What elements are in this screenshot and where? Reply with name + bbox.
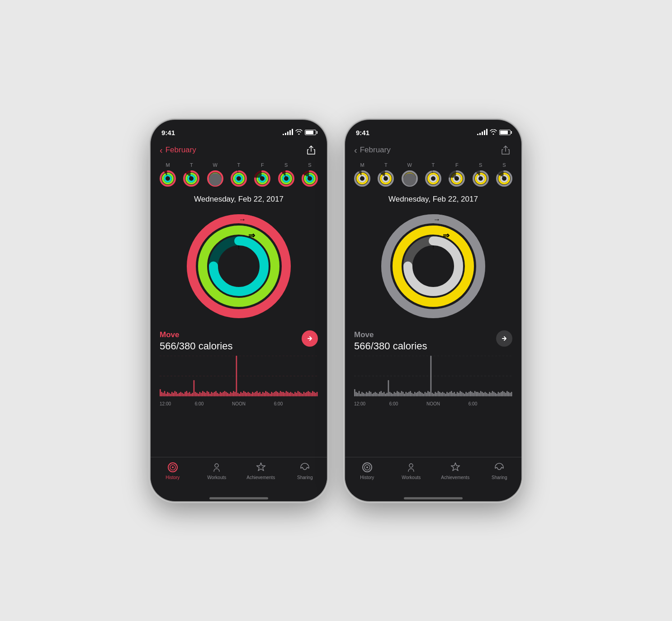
svg-rect-58 <box>162 393 164 396</box>
svg-point-35 <box>283 175 289 182</box>
svg-rect-286 <box>439 392 440 396</box>
activity-rings: →⇒↑ <box>151 207 327 325</box>
svg-rect-152 <box>300 393 302 396</box>
mini-ring-svg <box>495 169 513 188</box>
week-ring-item[interactable] <box>423 169 443 189</box>
svg-rect-273 <box>420 392 421 396</box>
week-ring-item[interactable] <box>181 169 201 189</box>
svg-rect-139 <box>281 392 283 396</box>
stat-value: 566/380 calories <box>354 340 427 352</box>
svg-rect-130 <box>268 393 270 396</box>
svg-rect-290 <box>445 394 446 396</box>
svg-text:12:00: 12:00 <box>160 401 171 406</box>
tab-label-sharing: Sharing <box>492 475 507 480</box>
week-ring-item[interactable] <box>400 169 420 189</box>
svg-rect-100 <box>224 391 226 396</box>
svg-rect-129 <box>267 392 268 396</box>
sharing-icon <box>299 461 311 473</box>
week-ring-item[interactable] <box>300 169 320 189</box>
svg-rect-65 <box>173 393 174 396</box>
tab-item-history[interactable]: History <box>345 461 389 480</box>
tab-item-achievements[interactable]: Achievements <box>239 461 283 480</box>
back-button[interactable]: ‹February <box>160 145 196 155</box>
tab-icon-achievements <box>255 461 267 474</box>
stat-info: Move566/380 calories <box>160 330 232 356</box>
stat-arrow-button[interactable] <box>496 330 512 347</box>
svg-rect-118 <box>251 394 252 396</box>
svg-rect-142 <box>286 391 287 396</box>
svg-rect-303 <box>464 394 465 396</box>
week-ring-item[interactable] <box>158 169 178 189</box>
tab-label-history: History <box>360 475 374 480</box>
week-day-label: S <box>300 162 320 168</box>
week-ring-item[interactable] <box>352 169 372 189</box>
week-ring-item[interactable] <box>252 169 272 189</box>
history-icon <box>361 461 373 473</box>
signal-icon <box>283 130 293 135</box>
week-ring-item[interactable] <box>447 169 467 189</box>
workouts-icon <box>211 461 222 473</box>
tab-icon-sharing <box>298 461 311 474</box>
tab-icon-history <box>166 461 179 474</box>
tab-item-workouts[interactable]: Workouts <box>389 461 434 480</box>
week-day-label: W <box>400 162 420 168</box>
svg-rect-326 <box>498 392 499 396</box>
tab-item-achievements[interactable]: Achievements <box>433 461 478 480</box>
svg-rect-240 <box>372 394 373 396</box>
svg-rect-315 <box>482 392 483 396</box>
week-ring-item[interactable] <box>276 169 296 189</box>
week-ring-item[interactable] <box>229 169 249 189</box>
svg-rect-248 <box>383 392 385 396</box>
svg-point-177 <box>359 175 365 182</box>
svg-text:NOON: NOON <box>232 401 246 406</box>
app-header: ‹February <box>151 140 327 160</box>
svg-rect-293 <box>450 392 451 396</box>
week-ring-item[interactable] <box>376 169 396 189</box>
week-ring-item[interactable] <box>471 169 491 189</box>
notch <box>399 120 467 133</box>
svg-rect-141 <box>284 393 285 396</box>
week-ring-item[interactable] <box>205 169 225 189</box>
svg-point-23 <box>236 175 242 182</box>
svg-rect-267 <box>411 393 412 396</box>
home-indicator <box>404 497 463 499</box>
signal-icon <box>477 130 487 135</box>
svg-rect-255 <box>394 392 395 396</box>
week-day-label: T <box>376 162 396 168</box>
svg-rect-74 <box>186 391 187 396</box>
svg-rect-132 <box>271 392 272 396</box>
svg-rect-144 <box>289 393 290 396</box>
svg-rect-150 <box>298 391 299 396</box>
svg-rect-158 <box>309 392 311 396</box>
app-content: ‹February MTWTFSSWednesday, Feb 22, 2017… <box>151 140 327 501</box>
wifi-icon <box>490 129 497 135</box>
svg-rect-278 <box>427 391 429 396</box>
stat-arrow-button[interactable] <box>302 330 318 347</box>
svg-rect-282 <box>433 394 435 396</box>
tab-item-sharing[interactable]: Sharing <box>283 461 327 480</box>
svg-rect-78 <box>192 393 193 396</box>
week-day-label: T <box>423 162 443 168</box>
svg-text:↑: ↑ <box>432 243 435 250</box>
tab-item-workouts[interactable]: Workouts <box>195 461 239 480</box>
share-button[interactable] <box>304 143 318 157</box>
svg-rect-242 <box>374 392 376 396</box>
tab-label-workouts: Workouts <box>207 475 226 480</box>
svg-rect-257 <box>397 391 398 396</box>
svg-rect-60 <box>166 394 167 396</box>
tab-item-sharing[interactable]: Sharing <box>478 461 522 480</box>
svg-rect-328 <box>501 392 502 396</box>
svg-rect-67 <box>176 392 177 396</box>
share-button[interactable] <box>499 143 512 157</box>
svg-rect-249 <box>385 394 386 396</box>
svg-rect-76 <box>189 392 190 396</box>
svg-rect-64 <box>171 392 173 396</box>
sharing-icon <box>493 461 505 473</box>
tab-item-history[interactable]: History <box>151 461 195 480</box>
svg-rect-271 <box>417 392 418 396</box>
tab-bar: History Workouts Achievements Sharing <box>345 457 521 494</box>
svg-rect-289 <box>444 393 445 396</box>
week-ring-item[interactable] <box>494 169 514 189</box>
back-button[interactable]: ‹February <box>354 145 391 155</box>
tab-icon-achievements <box>449 461 462 474</box>
